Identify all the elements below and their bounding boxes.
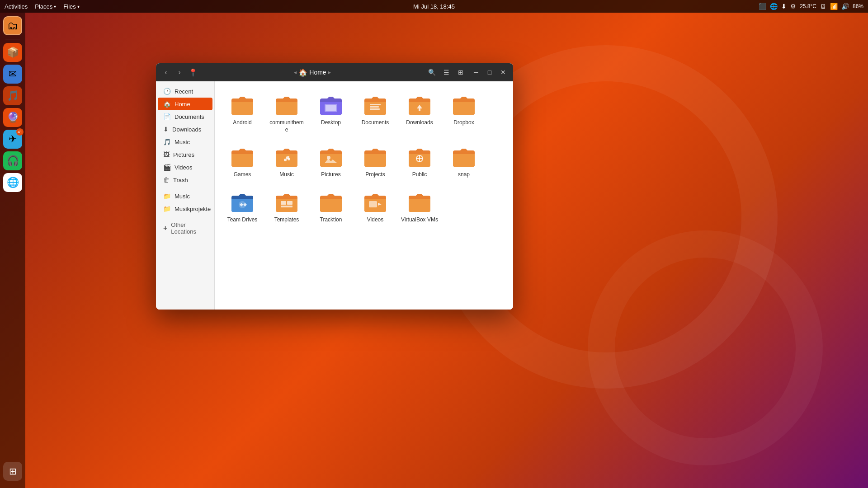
sidebar-item-music[interactable]: 🎵 Music	[158, 136, 212, 148]
svg-point-8	[327, 156, 330, 160]
games-label: Games	[234, 171, 251, 178]
file-item-downloads[interactable]: Downloads	[399, 89, 440, 137]
settings-icon[interactable]: ⚙	[790, 3, 796, 10]
spotify-dock-icon[interactable]: 🎧	[3, 151, 22, 170]
path-prev-arrow: ◂	[294, 69, 297, 75]
places-menu[interactable]: Places ▾	[35, 3, 56, 10]
audio-icon[interactable]: 🔊	[841, 3, 849, 10]
trash-icon: 🗑	[163, 176, 170, 183]
chrome-dock-icon[interactable]: 🌐	[3, 173, 22, 192]
dropbox-label: Dropbox	[453, 119, 474, 127]
svg-rect-14	[287, 201, 292, 205]
svg-point-7	[288, 158, 290, 160]
file-item-music[interactable]: Music	[266, 141, 307, 182]
topbar: Activities Places ▾ Files ▾ Mi Jul 18, 1…	[0, 0, 868, 13]
file-item-videos[interactable]: Videos	[355, 186, 396, 227]
minimize-button[interactable]: ─	[470, 66, 482, 79]
other-locations-icon: +	[163, 224, 167, 232]
sidebar-bookmark-music-label: Music	[175, 193, 190, 200]
file-item-pictures[interactable]: Pictures	[311, 141, 351, 182]
svg-rect-15	[281, 206, 292, 207]
chrome-tray-icon[interactable]: 🌐	[770, 3, 778, 10]
sidebar-item-home[interactable]: 🏠 Home	[158, 98, 212, 110]
svg-rect-13	[281, 201, 286, 205]
sidebar-item-downloads[interactable]: ⬇ Downloads	[158, 123, 212, 136]
mail-dock-icon[interactable]: ✉	[3, 65, 22, 84]
desktop-folder-icon	[318, 92, 344, 117]
svg-rect-4	[370, 108, 380, 110]
appstore-dock-icon[interactable]: 📦	[3, 43, 22, 62]
file-item-tracktion[interactable]: Tracktion	[311, 186, 351, 227]
sidebar-item-videos[interactable]: 🎬 Videos	[158, 161, 212, 174]
battery-label: 86%	[853, 3, 863, 9]
snap-folder-icon	[451, 144, 476, 169]
sidebar-item-recent[interactable]: 🕐 Recent	[158, 85, 212, 98]
sidebar-bookmark-musikprojekte[interactable]: 📁 Musikprojekte	[158, 202, 212, 215]
dock-separator-1	[5, 39, 20, 39]
close-button[interactable]: ✕	[497, 66, 509, 79]
file-item-teamdrives[interactable]: Team Drives	[222, 186, 263, 227]
titlebar-nav: ‹ › 📍	[160, 66, 199, 79]
home-path-icon: 🏠	[298, 68, 307, 77]
titlebar-actions: ─ □ ✕	[470, 66, 509, 79]
file-item-snap[interactable]: snap	[443, 141, 484, 182]
music-dock-icon[interactable]: 🎵	[3, 86, 22, 105]
sidebar-other-locations[interactable]: + Other Locations	[158, 219, 212, 238]
file-item-templates[interactable]: Templates	[266, 186, 307, 227]
titlebar-path: ◂ 🏠 Home ▸	[202, 68, 423, 77]
dropbox-folder-icon	[451, 92, 476, 117]
sidebar-item-trash[interactable]: 🗑 Trash	[158, 174, 212, 186]
files-dock-icon[interactable]: 🗂	[3, 16, 22, 35]
display-icon[interactable]: 🖥	[820, 3, 826, 10]
forward-button[interactable]: ›	[173, 66, 186, 79]
screenshot-icon[interactable]: ⬛	[759, 3, 766, 10]
templates-folder-icon	[274, 189, 299, 215]
topbar-datetime: Mi Jul 18, 18:45	[413, 3, 455, 10]
public-folder-icon	[407, 144, 432, 169]
download-tray-icon[interactable]: ⬇	[781, 3, 787, 10]
file-grid: Android communitheme Desktop	[222, 89, 506, 227]
snap-label: snap	[458, 171, 470, 178]
pictures-folder-icon	[318, 144, 344, 169]
sidebar-recent-label: Recent	[175, 88, 193, 95]
back-button[interactable]: ‹	[160, 66, 172, 79]
desktop-label: Desktop	[321, 119, 341, 127]
sidebar-item-pictures[interactable]: 🖼 Pictures	[158, 148, 212, 161]
sidebar-pictures-label: Pictures	[173, 151, 194, 158]
file-manager-window: ‹ › 📍 ◂ 🏠 Home ▸ 🔍 ☰ ⊞ ─ □ ✕ 🕐 Recent	[156, 63, 513, 310]
sidebar-item-documents[interactable]: 📄 Documents	[158, 110, 212, 123]
sidebar-bookmark-music[interactable]: 📁 Music	[158, 190, 212, 202]
teamdrives-label: Team Drives	[227, 216, 258, 224]
maximize-button[interactable]: □	[483, 66, 496, 79]
file-item-public[interactable]: Public	[399, 141, 440, 182]
file-item-communitheme[interactable]: communitheme	[266, 89, 307, 137]
file-item-projects[interactable]: Projects	[355, 141, 396, 182]
downloads-label: Downloads	[406, 119, 433, 127]
location-button[interactable]: 📍	[187, 66, 199, 79]
sidebar-videos-label: Videos	[175, 164, 193, 171]
file-item-virtualboxvms[interactable]: VirtualBox VMs	[399, 186, 440, 227]
file-item-dropbox[interactable]: Dropbox	[443, 89, 484, 137]
activities-button[interactable]: Activities	[5, 3, 28, 10]
file-item-desktop[interactable]: Desktop	[311, 89, 351, 137]
files-menu[interactable]: Files ▾	[63, 3, 79, 10]
pictures-label: Pictures	[321, 171, 340, 178]
documents-folder-icon	[363, 92, 388, 117]
show-apps-button[interactable]: ⊞	[3, 462, 22, 481]
search-button[interactable]: 🔍	[425, 66, 438, 79]
ubuntu-dock-icon[interactable]: 🔮	[3, 108, 22, 127]
sidebar-home-label: Home	[175, 101, 190, 108]
file-item-games[interactable]: Games	[222, 141, 263, 182]
file-item-android[interactable]: Android	[222, 89, 263, 137]
grid-view-button[interactable]: ⊞	[454, 66, 467, 79]
pictures-icon: 🖼	[163, 151, 170, 158]
svg-rect-16	[369, 201, 377, 207]
wifi-icon[interactable]: 📶	[830, 3, 838, 10]
videos-folder-icon	[363, 189, 388, 215]
downloads-icon: ⬇	[163, 126, 169, 133]
file-item-documents[interactable]: Documents	[355, 89, 396, 137]
list-view-button[interactable]: ☰	[440, 66, 453, 79]
telegram-dock-icon[interactable]: ✈ 41	[3, 130, 22, 149]
svg-rect-2	[370, 104, 381, 105]
templates-label: Templates	[274, 216, 299, 224]
